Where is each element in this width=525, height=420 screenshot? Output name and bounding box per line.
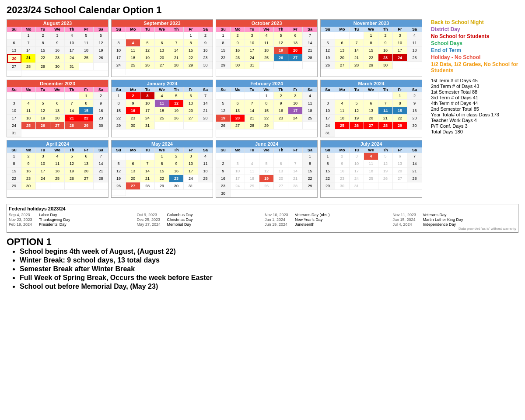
fed-holiday-item: Nov 11, 2023Veterans Day (393, 213, 517, 217)
data-note: Data provided 'as is' without warranty (9, 227, 516, 231)
calendar-september-2023: September 2023 Su Mo Tu We Th Fr Sa 1 (111, 19, 213, 77)
stat-4term: 4th Term # of Days 44 (431, 101, 518, 106)
legend-no-school: No School for Students (431, 33, 518, 39)
legend-half-data: 1/2 Data, 1/2 Grades, No School for Stud… (431, 61, 518, 74)
stat-1sem: 1st Semester Total 88 (431, 89, 518, 94)
dh-mo: Mo (21, 27, 36, 32)
option-list: School begins 4th week of August, (Augus… (7, 248, 518, 290)
calendar-july-2024: July 2024 Su Mo Tu We Th Fr Sa 1 2 3 4 5… (320, 140, 422, 198)
legend-back-to-school: Back to School Night (431, 19, 518, 25)
stat-teacher-work: Teacher Work Days 4 (431, 118, 518, 123)
fed-holiday-item: Jul 4, 2024Independence Day (393, 222, 517, 227)
month-header-april: April 2024 (7, 140, 108, 147)
stat-2term: 2nd Term # of Days 43 (431, 84, 518, 89)
option-section: OPTION 1 School begins 4th week of Augus… (7, 236, 518, 290)
stat-2sem: 2nd Semester Total 85 (431, 106, 518, 112)
month-header-september: September 2023 (112, 20, 213, 27)
stat-year-total: Year Total# of in class Days 173 (431, 112, 518, 117)
calendar-may-2024: May 2024 Su Mo Tu We Th Fr Sa 1 2 3 (111, 140, 213, 198)
fed-holiday-item: Nov 10, 2023Veterans Day (obs.) (265, 213, 388, 217)
month-header-march: March 2024 (321, 80, 422, 87)
fed-holiday-item: May 27, 2024Memorial Day (137, 222, 261, 227)
stat-3term: 3rd Term # of Days 41 (431, 95, 518, 100)
fed-holiday-item: Jan 1, 2024New Year's Day (265, 217, 388, 222)
fed-holiday-item: Feb 19, 2024Presidents' Day (9, 222, 133, 227)
option-bullet: Semester Break after Winter Break (20, 265, 518, 273)
fed-holiday-item: Jan 15, 2024Martin Luther King Day (393, 217, 517, 222)
calendar-march-2024: March 2024 Su Mo Tu We Th Fr Sa 1 (320, 80, 422, 137)
option-title: OPTION 1 (7, 236, 518, 248)
calendar-december-2023: December 2023 Su Mo Tu We Th Fr Sa 1 (7, 80, 108, 137)
calendar-august-2023: August 2023 Su Mo Tu We Th Fr Sa 1 2 3 4… (7, 19, 108, 77)
stat-total-days: Total Days 180 (431, 129, 518, 134)
month-header-july: July 2024 (321, 140, 422, 147)
dh-fr: Fr (79, 27, 94, 32)
month-header-february: February 2024 (216, 80, 317, 87)
dh-th: Th (65, 27, 79, 32)
stat-ptconf: P/T Conf. Days 3 (431, 123, 518, 129)
month-header-june: June 2024 (216, 140, 317, 147)
calendar-june-2024: June 2024 Su Mo Tu We Th Fr Sa (216, 140, 318, 198)
calendar-january-2024: January 2024 Su Mo Tu We Th Fr Sa 1 2 3 … (111, 80, 213, 137)
month-header-august: August 2023 (7, 20, 108, 27)
legend-end-term: End of Term (431, 47, 518, 53)
dh-tu: Tu (36, 27, 50, 32)
fed-holiday-item: Nov 23, 2023Thanksgiving Day (9, 217, 133, 222)
option-bullet: School out before Memorial Day, (May 23) (20, 283, 518, 290)
dh-we: We (50, 27, 65, 32)
option-bullet: Winter Break: 9 school days, 13 total da… (20, 256, 518, 264)
calendar-november-2023: November 2023 Su Mo Tu We Th Fr Sa 1 2 3 (320, 19, 422, 77)
month-header-december: December 2023 (7, 80, 108, 87)
option-bullet: Full Week of Spring Break, Occurs the we… (20, 274, 518, 282)
fed-holiday-item: Sep 4, 2023Labor Day (9, 213, 133, 217)
option-bullet: School begins 4th week of August, (Augus… (20, 248, 518, 256)
month-header-october: October 2023 (216, 20, 317, 27)
stats-section: 1st Term # of Days 45 2nd Term # of Days… (431, 78, 518, 134)
dh-sa: Sa (94, 27, 108, 32)
legend-school-days: School Days (431, 40, 518, 46)
month-header-may: May 2024 (112, 140, 213, 147)
calendar-october-2023: October 2023 Su Mo Tu We Th Fr Sa 1 2 3 … (216, 19, 318, 77)
legend-district-day: District Day (431, 26, 518, 32)
month-header-november: November 2023 (321, 20, 422, 27)
stat-1term: 1st Term # of Days 45 (431, 78, 518, 83)
dh-su: Su (7, 27, 21, 32)
federal-holidays-section: Federal holidays 2023/24 Sep 4, 2023Labo… (7, 204, 518, 233)
page-title: 2023/24 School Calendar Option 1 (7, 4, 518, 16)
federal-holidays-title: Federal holidays 2023/24 (9, 206, 516, 211)
calendar-february-2024: February 2024 Su Mo Tu We Th Fr Sa 1 2 3 (216, 80, 318, 137)
fed-holiday-item: Oct 9, 2023Columbus Day (137, 213, 261, 217)
legend-holiday: Holiday - No School (431, 54, 518, 60)
legend-panel: Back to School Night District Day No Sch… (427, 19, 518, 200)
month-header-january: January 2024 (112, 80, 213, 87)
federal-holidays-grid: Sep 4, 2023Labor DayOct 9, 2023Columbus … (9, 213, 516, 227)
calendar-april-2024: April 2024 Su Mo Tu We Th Fr Sa 1 2 3 4 … (7, 140, 108, 198)
fed-holiday-item: Dec 25, 2023Christmas Day (137, 217, 261, 222)
fed-holiday-item: Jun 19, 2024Juneteenth (265, 222, 388, 227)
